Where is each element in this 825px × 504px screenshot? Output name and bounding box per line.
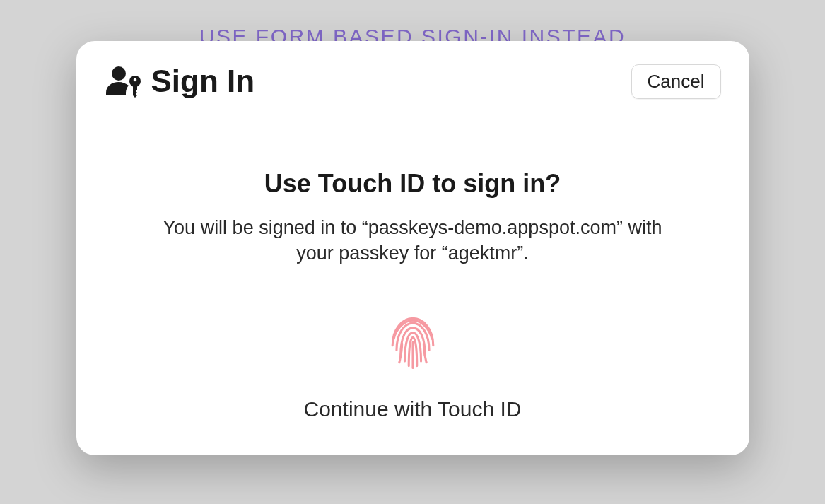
dialog-body: Use Touch ID to sign in? You will be sig… <box>105 169 721 421</box>
signin-dialog: Sign In Cancel Use Touch ID to sign in? … <box>76 41 749 455</box>
touchid-prompt-description: You will be signed in to “passkeys-demo.… <box>151 216 674 266</box>
svg-point-0 <box>112 66 126 81</box>
passkey-icon <box>105 64 144 98</box>
touchid-prompt-heading: Use Touch ID to sign in? <box>105 169 721 199</box>
svg-point-2 <box>133 78 136 82</box>
continue-touchid-label: Continue with Touch ID <box>105 397 721 421</box>
dialog-header: Sign In Cancel <box>105 64 721 119</box>
title-wrap: Sign In <box>105 64 255 99</box>
fingerprint-icon[interactable] <box>378 307 448 377</box>
dialog-title: Sign In <box>151 64 255 99</box>
cancel-button[interactable]: Cancel <box>631 64 721 99</box>
